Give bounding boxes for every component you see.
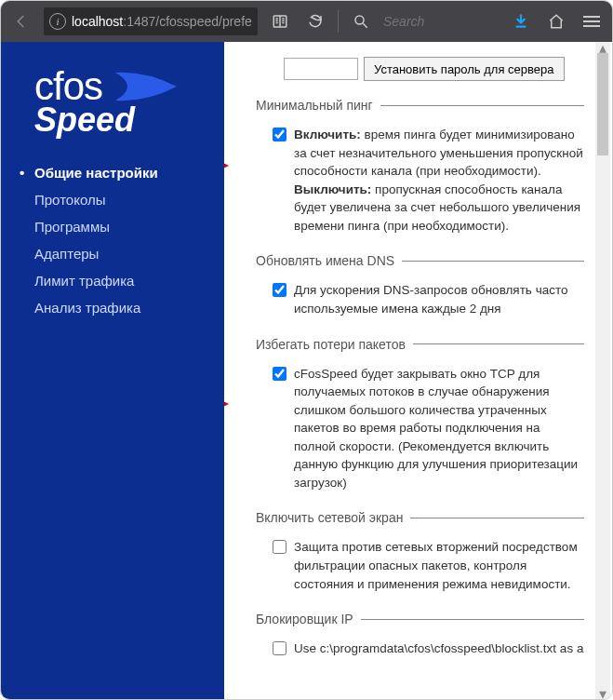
section-min-ping: Минимальный пинг Включить: время пинга б… [256, 98, 584, 238]
sidebar-item-adapters[interactable]: Адаптеры [1, 242, 224, 269]
sidebar-nav: Общие настройки Протоколы Программы Адап… [1, 146, 224, 323]
logo: cfos Speed [1, 64, 224, 146]
toolbar-divider [338, 10, 339, 33]
packet-loss-text: cFosSpeed будет закрывать окно TCP для п… [294, 365, 584, 492]
url-bar[interactable]: i localhost:1487/cfosspeed/prefe [44, 7, 258, 35]
checkbox-dns[interactable] [273, 283, 287, 297]
sidebar-item-protocols[interactable]: Протоколы [1, 188, 224, 215]
logo-swoosh-icon [113, 71, 179, 102]
content-area: Установить пароль для сервера Минимальны… [224, 42, 612, 699]
reader-mode-button[interactable] [263, 5, 297, 38]
sidebar-item-programs[interactable]: Программы [1, 215, 224, 242]
section-dns: Обновлять имена DNS Для ускорения DNS-за… [256, 253, 584, 321]
svg-rect-2 [516, 26, 526, 28]
section-packet-loss: Избегать потери пакетов cFosSpeed будет … [256, 337, 584, 496]
scroll-up-icon[interactable]: ▴ [595, 42, 610, 53]
password-input[interactable] [284, 58, 358, 80]
legend-dns: Обновлять имена DNS [256, 253, 402, 268]
dns-text: Для ускорения DNS-запросов обновлять час… [294, 281, 584, 317]
legend-min-ping: Минимальный пинг [256, 98, 380, 113]
legend-packet-loss: Избегать потери пакетов [256, 337, 413, 352]
home-button[interactable] [540, 5, 573, 38]
firewall-text: Защита против сетевых вторжений посредст… [294, 538, 584, 593]
vertical-scrollbar[interactable]: ▴ ▾ [595, 42, 610, 699]
checkbox-firewall[interactable] [273, 540, 287, 554]
set-password-button[interactable]: Установить пароль для сервера [364, 57, 565, 81]
checkbox-ip-blocker[interactable] [273, 641, 287, 655]
sidebar: cfos Speed Общие настройки Протоколы Про… [1, 42, 224, 699]
url-host: localhost [72, 14, 123, 29]
min-ping-enable-label: Включить: [294, 128, 361, 141]
checkbox-packet-loss[interactable] [273, 367, 287, 381]
ip-blocker-text: Use c:\programdata\cfos\cfosspeed\blockl… [294, 639, 584, 658]
checkbox-min-ping[interactable] [273, 128, 287, 141]
logo-text-2: Speed [34, 103, 207, 137]
url-path: :1487/cfosspeed/prefe [123, 14, 252, 29]
svg-point-1 [355, 16, 364, 24]
legend-firewall: Включить сетевой экран [256, 510, 410, 525]
scroll-thumb[interactable] [597, 53, 608, 155]
sidebar-item-traffic-limit[interactable]: Лимит трафика [1, 269, 224, 296]
site-info-icon[interactable]: i [49, 13, 66, 30]
sidebar-item-general[interactable]: Общие настройки [1, 161, 224, 188]
back-button[interactable] [5, 5, 38, 38]
reload-button[interactable] [299, 5, 332, 38]
sidebar-item-traffic-analysis[interactable]: Анализ трафика [1, 296, 224, 323]
menu-button[interactable] [575, 5, 608, 38]
password-row: Установить пароль для сервера [284, 57, 584, 81]
section-firewall: Включить сетевой экран Защита против сет… [256, 510, 584, 597]
legend-ip-blocker: Блокировщик IP [256, 612, 361, 626]
search-box[interactable] [383, 7, 499, 35]
min-ping-disable-label: Выключить: [294, 182, 371, 196]
hamburger-icon [583, 13, 600, 30]
scroll-down-icon[interactable]: ▾ [595, 688, 610, 699]
workspace: cfos Speed Общие настройки Протоколы Про… [1, 42, 612, 699]
downloads-button[interactable] [504, 5, 538, 38]
annotation-arrow-1 [224, 154, 231, 178]
browser-toolbar: i localhost:1487/cfosspeed/prefe [1, 1, 612, 42]
annotation-arrow-2 [224, 392, 231, 416]
section-ip-blocker: Блокировщик IP Use c:\programdata\cfos\c… [256, 612, 584, 662]
search-icon[interactable] [344, 5, 378, 38]
